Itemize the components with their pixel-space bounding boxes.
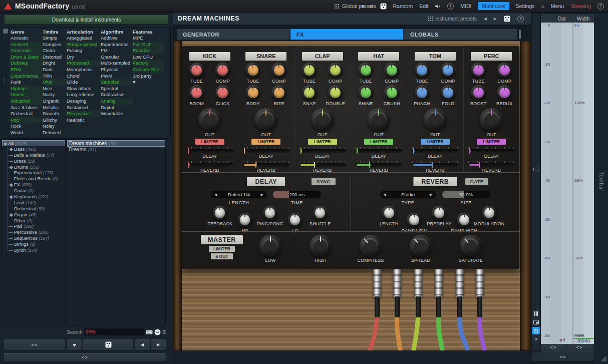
knob-clap-double[interactable] [328,85,343,100]
filter-item-world[interactable]: World [11,130,43,136]
knob-clap-tube[interactable] [302,63,317,78]
knob-perc-boost[interactable] [471,85,486,100]
knob-feedback[interactable] [213,206,227,220]
master-out-button[interactable]: 6 OUT [211,253,232,259]
knob-damp-high[interactable] [457,213,471,227]
channel-header-clap[interactable]: CLAP [302,52,343,61]
filter-item-ambient[interactable]: Ambient [11,42,43,48]
tree-item-sequences[interactable]: ├─Sequences(197) [2,235,65,241]
filter-item-drum-bass[interactable]: Drum & Bass [11,54,43,61]
knob-kick-tube[interactable] [189,63,204,78]
filter-item-pulsing[interactable]: Pulsing [67,48,101,54]
tree-item-experimental[interactable]: ├─Experimental(173) [2,170,65,176]
keyboard-icon[interactable] [146,330,153,334]
filter-item-spectral[interactable]: Spectral [101,86,133,92]
slider-delay[interactable] [243,149,289,153]
filter-item-detuned[interactable]: Detuned [43,130,67,136]
slider-delay[interactable] [356,149,402,153]
filter-item-house[interactable]: House [11,92,43,98]
filter-item-realistic[interactable]: Realistic [67,117,101,124]
toolbar-label[interactable]: Toolbar [598,172,604,192]
knob-clap-comp[interactable] [328,63,343,78]
filter-item-cinematic[interactable]: Cinematic [11,48,43,54]
knob-snare-tube[interactable] [245,63,260,78]
filter-item-thin[interactable]: Thin [43,73,67,80]
knob-clap-snap[interactable] [302,85,317,100]
filter-item-monophonic[interactable]: Monophonic [67,67,101,73]
knob-hat-tube[interactable] [358,63,373,78]
limiter-button-perc[interactable]: LIMITER [477,139,506,145]
display-icon[interactable] [532,167,539,173]
home-icon[interactable]: ⌂ [541,3,544,9]
tree-item-drums[interactable]: ├◆Drums(255) [2,164,65,170]
window-resize-corner[interactable] [600,355,606,361]
knob-hat-crush[interactable] [384,85,399,100]
tree-item-brass[interactable]: ├─Brass(29) [2,158,65,164]
slider-reverb[interactable] [412,163,458,167]
slider-reverb[interactable] [356,163,402,167]
knob-ping-pong[interactable] [263,206,277,220]
channel-header-kick[interactable]: KICK [189,52,230,61]
filter-item-smooth[interactable]: Smooth [43,111,67,117]
preset-item-dreams[interactable]: Dreams(31) [67,147,165,153]
limiter-button-tom[interactable]: LIMITER [421,139,450,145]
slider-delay[interactable] [412,149,458,153]
limiter-button-clap[interactable]: LIMITER [308,139,337,145]
filter-item-experimental[interactable]: Experimental [11,73,43,80]
filter-item-slow-attack[interactable]: Slow attack [67,86,101,92]
tree-item-organ[interactable]: ├◆Organ(48) [2,212,65,218]
cable-connector-4[interactable] [435,269,443,297]
filter-item-chord[interactable]: Chord [67,73,101,80]
tree-item-flutes-and-reeds[interactable]: ├─Flutes and Reeds(0) [2,176,65,182]
random-preset-button[interactable] [83,339,133,350]
knob-modulation[interactable] [482,206,496,220]
cable-connector-5[interactable] [456,269,464,297]
prev-icon[interactable]: ◀ [214,191,217,198]
out-knob-tom[interactable] [424,108,447,131]
instrument-presets-button[interactable]: Instrument presets [428,16,477,22]
menu-button[interactable]: Menu [551,3,564,9]
random-button[interactable]: Random [393,3,413,9]
out-knob-hat[interactable] [367,108,390,131]
filter-item-physical[interactable]: Physical [101,67,133,73]
next-icon[interactable]: ▶ [430,191,432,198]
limiter-button-hat[interactable]: LIMITER [364,139,393,145]
speaker-icon[interactable] [435,4,441,9]
knob-snare-body[interactable] [245,85,260,100]
filter-item-sustained[interactable]: Sustained [67,105,101,111]
prev-instrument-preset-button[interactable]: ◀ [484,17,487,21]
filter-item-bright[interactable]: Bright [43,60,67,67]
cable-connector-2[interactable] [393,269,401,297]
filter-item-percussive[interactable]: Percussive [67,111,101,117]
out-knob-clap[interactable] [311,108,334,131]
tree-item-percussive[interactable]: ├─Percussive(295) [2,229,65,235]
search-menu-icon[interactable]: ≡ [162,328,166,335]
out-meter-resize-handle[interactable]: <> [542,344,565,350]
reverb-gate-button[interactable]: GATE [465,178,489,185]
filter-item-phat[interactable]: Phat [43,79,67,86]
tree-item-lead[interactable]: ├─Lead(142) [2,200,65,206]
filter-item-nasty[interactable]: Nasty [43,92,67,98]
tree-item-pad[interactable]: ├─Pad(388) [2,223,65,229]
filter-item-acoustic[interactable]: Acoustic [11,35,43,42]
knob-perc-tube[interactable] [471,63,486,78]
filter-item-granular[interactable]: Granular [101,54,133,61]
knob-tom-comp[interactable] [441,63,456,78]
knob-damp-low[interactable] [407,213,421,227]
filter-item-experimental[interactable]: Experimental [101,42,133,48]
filter-item-industrial[interactable]: Industrial [11,98,43,105]
next-instrument-preset-button[interactable]: ▶ [494,17,497,21]
tab-scrollbar[interactable] [519,30,521,39]
filter-item-edm[interactable]: EDM [11,67,43,73]
filter-item-arpeggiated[interactable]: Arpeggiated [67,35,101,42]
filter-item-funk[interactable]: Funk [11,79,43,86]
knob-length[interactable] [382,206,396,220]
filter-item-complex[interactable]: Complex [43,42,67,48]
width-meter-resize-handle[interactable]: <> [567,344,592,350]
filter-item-mpe[interactable]: MPE [133,35,164,42]
slider-delay[interactable] [468,149,514,153]
delay-sync-button[interactable]: SYNC [312,178,336,185]
knob-kick-comp[interactable] [215,63,230,78]
knob-low[interactable] [259,235,281,257]
master-limiter-button[interactable]: LIMITER [209,246,235,252]
